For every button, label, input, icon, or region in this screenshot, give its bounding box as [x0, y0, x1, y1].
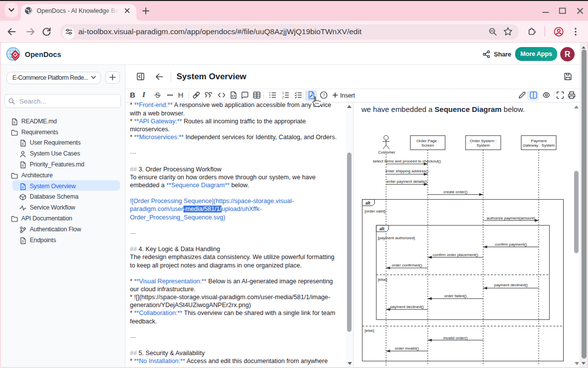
- svg-text:alt: alt: [365, 201, 370, 206]
- svg-text:enter shipping address(): enter shipping address(): [386, 169, 429, 173]
- svg-text:1: 1: [282, 91, 284, 95]
- svg-text:Order System :: Order System :: [470, 139, 497, 143]
- svg-text:2: 2: [282, 96, 284, 99]
- svg-text:alt: alt: [379, 226, 384, 231]
- svg-text:select items and proceed to ch: select items and proceed to checkout(): [373, 159, 441, 163]
- svg-text:confirm payment(): confirm payment(): [495, 242, 527, 247]
- svg-text:Gateway : System: Gateway : System: [523, 143, 555, 148]
- svg-text:System: System: [476, 143, 490, 148]
- svg-text:Order Page :: Order Page :: [416, 139, 439, 143]
- svg-text:enter payment details(): enter payment details(): [387, 179, 427, 184]
- svg-text:[else]: [else]: [365, 328, 374, 333]
- svg-text:create order(): create order(): [443, 190, 468, 194]
- svg-text:authorize payment(amount): authorize payment(amount): [487, 216, 535, 220]
- svg-text:Customer: Customer: [378, 150, 396, 155]
- svg-text:[order valid]: [order valid]: [365, 209, 386, 213]
- svg-text:[payment authorized]: [payment authorized]: [378, 236, 415, 240]
- svg-text:?: ?: [322, 93, 325, 98]
- svg-text:invalid order(): invalid order(): [443, 336, 468, 340]
- svg-text:order invalid(): order invalid(): [395, 346, 419, 351]
- svg-text:[else]: [else]: [378, 277, 387, 282]
- svg-text:Payment: Payment: [531, 139, 547, 143]
- svg-text:payment declined(): payment declined(): [494, 283, 528, 287]
- svg-text:order failed(): order failed(): [444, 294, 467, 298]
- svg-text:order confirmed(): order confirmed(): [392, 263, 422, 267]
- svg-text:payment declined(): payment declined(): [390, 305, 424, 309]
- svg-text:confirm order placement(): confirm order placement(): [433, 253, 478, 257]
- svg-text:Screen: Screen: [421, 143, 434, 148]
